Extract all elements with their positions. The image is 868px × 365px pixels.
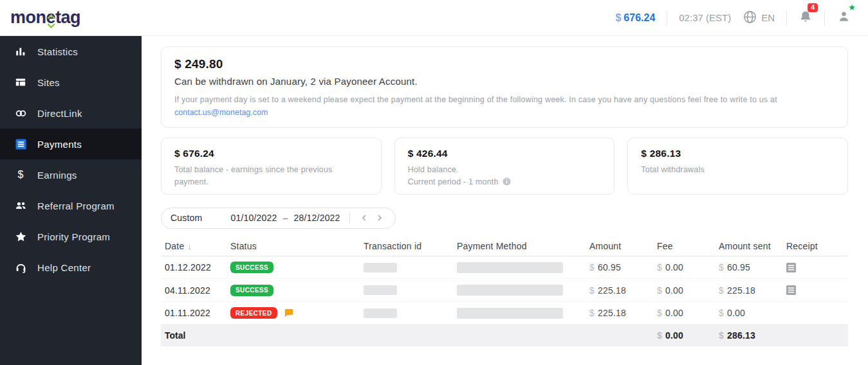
- total-label: Total: [165, 330, 657, 341]
- redacted-payment-method: [457, 308, 563, 319]
- redacted-transaction-id: [364, 263, 397, 272]
- summary-card: $ 426.44 Hold balance.Current period - 1…: [394, 138, 615, 195]
- sidebar-item-directlink[interactable]: DirectLink: [0, 98, 142, 129]
- sidebar-item-sites[interactable]: Sites: [0, 67, 142, 98]
- sort-desc-icon[interactable]: ↓: [187, 242, 192, 251]
- table-header-row: Date↓ Status Transaction id Payment Meth…: [161, 237, 848, 256]
- next-period-button[interactable]: [372, 210, 387, 226]
- monetag-logo[interactable]: monetag: [10, 8, 80, 28]
- table-row: 01.11.2022 REJECTED $225.18 $0.00 $0.00: [161, 302, 848, 325]
- payout-note: If your payment day is set to a weekend …: [174, 94, 835, 106]
- date-filter-to[interactable]: 28/12/2022: [294, 213, 340, 223]
- status-badge: SUCCESS: [230, 262, 273, 273]
- redacted-transaction-id: [364, 285, 397, 295]
- sidebar-item-help-center[interactable]: Help Center: [0, 252, 142, 283]
- info-icon[interactable]: [503, 177, 511, 186]
- cell-status: SUCCESS: [230, 262, 364, 273]
- sidebar-item-statistics[interactable]: Statistics: [0, 36, 142, 67]
- cell-payment-method: [457, 285, 589, 296]
- status-badge: REJECTED: [230, 307, 277, 319]
- sidebar-item-payments[interactable]: Payments: [0, 129, 142, 159]
- star-icon: ★: [848, 3, 856, 12]
- receipt-icon[interactable]: [786, 263, 796, 272]
- sidebar-item-referral-program[interactable]: Referral Program: [0, 190, 142, 221]
- payments-table: Date↓ Status Transaction id Payment Meth…: [161, 237, 848, 347]
- table-total-row: Total $0.00 $286.13: [161, 325, 848, 346]
- payout-amount: $ 249.80: [174, 57, 835, 71]
- header-divider: [824, 10, 825, 26]
- header-time: 02:37 (EST): [679, 12, 731, 23]
- cell-fee: $0.00: [657, 262, 719, 272]
- header-amount: Amount: [589, 241, 657, 251]
- balance-currency: $: [615, 12, 621, 23]
- prev-period-button[interactable]: [356, 210, 372, 226]
- cell-status: SUCCESS: [230, 285, 364, 296]
- summary-description: Hold balance.Current period - 1 month: [408, 164, 602, 188]
- summary-amount: $ 676.24: [174, 148, 368, 159]
- redacted-payment-method: [457, 285, 563, 296]
- cell-payment-method: [457, 262, 589, 273]
- logo-text-pre: mon: [10, 8, 46, 28]
- sidebar-item-priority-program[interactable]: Priority Program: [0, 221, 142, 252]
- cell-transaction-id: [364, 285, 457, 295]
- account-menu-button[interactable]: ★: [836, 9, 851, 26]
- main-content: $ 249.80 Can be withdrawn on January, 2 …: [142, 36, 868, 365]
- logo-green-chevron-down-icon: [47, 13, 55, 33]
- cell-status: REJECTED: [230, 307, 364, 319]
- language-selector[interactable]: EN: [743, 10, 775, 26]
- header-status: Status: [230, 241, 364, 251]
- cell-fee: $0.00: [657, 285, 719, 296]
- notifications-button[interactable]: 4: [799, 10, 813, 26]
- date-range-filter[interactable]: Custom 01/10/2022 – 28/12/2022: [161, 208, 396, 229]
- receipt-icon[interactable]: [786, 285, 796, 295]
- header-amount-sent: Amount sent: [719, 241, 786, 251]
- next-payout-card: $ 249.80 Can be withdrawn on January, 2 …: [161, 46, 848, 128]
- summary-card: $ 676.24 Total balance - earnings since …: [161, 138, 382, 195]
- date-filter-dash: –: [283, 213, 288, 223]
- cell-receipt: [786, 285, 848, 295]
- status-badge: SUCCESS: [230, 285, 273, 296]
- cell-date: 01.11.2022: [165, 308, 230, 318]
- date-filter-preset[interactable]: Custom: [171, 213, 202, 223]
- top-header: monetag $676.24 02:37 (EST) EN 4 ★: [0, 0, 868, 36]
- cell-amount-sent: $60.95: [719, 262, 786, 272]
- total-amount-sent: $286.13: [719, 330, 786, 341]
- table-row: 01.12.2022 SUCCESS $60.95 $0.00 $60.95: [161, 256, 848, 280]
- header-date: Date↓: [165, 241, 230, 251]
- contact-email-link[interactable]: contact.us@monetag.com: [174, 108, 268, 117]
- logo-text-post: tag: [55, 8, 80, 28]
- cell-transaction-id: [364, 308, 457, 318]
- table-row: 04.11.2022 SUCCESS $225.18 $0.00 $225.18: [161, 279, 848, 302]
- cell-fee: $0.00: [657, 308, 719, 318]
- total-fee: $0.00: [657, 330, 719, 341]
- bar-chart-icon: [14, 45, 27, 58]
- dollar-icon: $: [14, 168, 27, 181]
- cell-amount: $225.18: [589, 308, 657, 318]
- date-filter-from[interactable]: 01/10/2022: [230, 213, 277, 223]
- cell-amount: $60.95: [589, 262, 657, 272]
- cell-amount-sent: $225.18: [719, 285, 786, 296]
- summary-description: Total withdrawals: [641, 164, 835, 176]
- summary-amount: $ 286.13: [641, 148, 835, 159]
- redacted-transaction-id: [364, 308, 397, 318]
- date-filter-divider: [349, 213, 350, 223]
- cell-date: 01.12.2022: [165, 262, 230, 272]
- globe-icon: [743, 10, 757, 26]
- summary-amount: $ 426.44: [408, 148, 602, 159]
- header-receipt: Receipt: [786, 241, 848, 251]
- comment-icon[interactable]: [284, 308, 293, 317]
- summary-cards-row: $ 676.24 Total balance - earnings since …: [161, 138, 848, 195]
- people-icon: [14, 199, 27, 212]
- headset-icon: [14, 261, 27, 274]
- header-transaction-id: Transaction id: [364, 241, 457, 251]
- header-payment-method: Payment Method: [457, 241, 589, 251]
- summary-description: Total balance - earnings since the previ…: [174, 164, 368, 188]
- cell-transaction-id: [364, 263, 457, 272]
- sidebar-item-earnings[interactable]: $ Earnings: [0, 159, 142, 190]
- cell-receipt: [786, 263, 848, 272]
- header-balance[interactable]: $676.24: [615, 12, 655, 24]
- star-icon: [14, 230, 27, 243]
- header-fee: Fee: [657, 241, 719, 251]
- language-code: EN: [761, 12, 775, 23]
- summary-card: $ 286.13 Total withdrawals: [627, 138, 848, 195]
